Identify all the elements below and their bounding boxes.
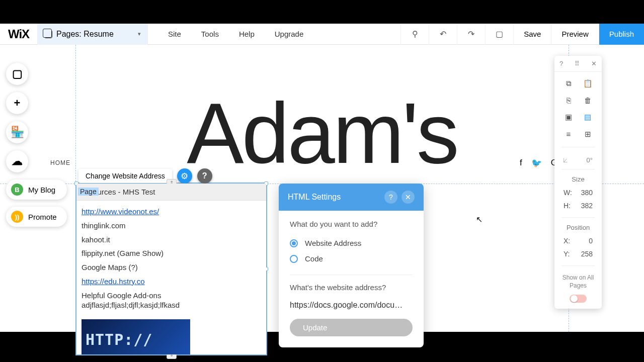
link-videonotes[interactable]: http://www.videonot.es/ bbox=[82, 207, 159, 216]
dialog-header[interactable]: HTML Settings ? ✕ bbox=[279, 184, 424, 211]
duplicate-icon[interactable]: ⎘ bbox=[564, 96, 574, 105]
pages-label: Pages: Resume bbox=[56, 30, 114, 39]
line-gmaps: Google Maps (?) bbox=[82, 260, 261, 275]
panel-help-icon[interactable]: ? bbox=[559, 60, 563, 67]
paste-icon[interactable]: 📋 bbox=[583, 79, 593, 88]
twitter-icon[interactable]: 🐦 bbox=[531, 158, 542, 168]
distribute-icon[interactable]: ⊞ bbox=[583, 130, 593, 139]
publish-button[interactable]: Publish bbox=[599, 24, 644, 45]
blog-icon: B bbox=[11, 184, 23, 196]
my-blog-button[interactable]: B My Blog bbox=[6, 179, 67, 200]
y-value[interactable]: 258 bbox=[581, 250, 593, 258]
doc-header: Page ResResources - MHS Test bbox=[76, 184, 266, 201]
url-prompt: What's the website address? bbox=[290, 283, 413, 292]
facebook-icon[interactable]: f bbox=[520, 158, 522, 168]
tools-panel[interactable]: ? ⠿ ✕ ⧉ 📋 ⎘ 🗑 ▣ ▤ ≡ ⊞ ⟀0° Size W:380 H:3… bbox=[554, 56, 602, 309]
chevron-down-icon: ▾ bbox=[138, 31, 141, 37]
topbar: WiX Pages: Resume ▾ Site Tools Help Upgr… bbox=[0, 24, 644, 45]
search-icon[interactable]: ⚲ bbox=[400, 24, 429, 45]
x-value[interactable]: 0 bbox=[589, 237, 593, 245]
mobile-icon[interactable]: ▢ bbox=[485, 24, 513, 45]
html-settings-dialog: HTML Settings ? ✕ What do you want to ad… bbox=[279, 184, 424, 347]
frame-toolbar: Change Website Address ⚙ ? bbox=[78, 168, 212, 184]
wix-logo[interactable]: WiX bbox=[0, 27, 37, 41]
panel-close-icon[interactable]: ✕ bbox=[591, 60, 597, 67]
line-kahoot: kahoot.it bbox=[82, 233, 261, 247]
promote-button[interactable]: )) Promote bbox=[6, 207, 67, 227]
dialog-prompt: What do you want to add? bbox=[290, 220, 413, 228]
delete-icon[interactable]: 🗑 bbox=[583, 96, 593, 105]
save-button[interactable]: Save bbox=[513, 24, 551, 45]
cursor: ↖ bbox=[476, 215, 482, 224]
left-rail: ▢ + 🏪 ☁ B My Blog )) Promote bbox=[6, 63, 67, 227]
rail-market-icon[interactable]: 🏪 bbox=[6, 121, 28, 143]
menu-site[interactable]: Site bbox=[168, 30, 181, 38]
menu-help[interactable]: Help bbox=[239, 30, 255, 38]
back-icon[interactable]: ▣ bbox=[564, 113, 574, 122]
pages-dropdown[interactable]: Pages: Resume ▾ bbox=[37, 24, 148, 45]
line-thinglink: thinglink.com bbox=[82, 219, 261, 233]
canvas[interactable]: Adam's HOME f 🐦 G Change Website Address… bbox=[0, 45, 644, 332]
url-input[interactable]: https://docs.google.com/docu… bbox=[290, 299, 413, 319]
radio-website-address[interactable]: Website Address bbox=[290, 235, 413, 251]
show-all-toggle[interactable] bbox=[570, 295, 587, 303]
preview-button[interactable]: Preview bbox=[551, 24, 598, 45]
angle-value: 0° bbox=[587, 156, 593, 164]
rail-layouts-icon[interactable]: ▢ bbox=[6, 63, 28, 85]
http-image: HTTP:// bbox=[82, 319, 190, 354]
width-value[interactable]: 380 bbox=[581, 189, 593, 197]
page-tag: Page bbox=[78, 188, 99, 196]
undo-icon[interactable]: ↶ bbox=[429, 24, 457, 45]
help-icon[interactable]: ? bbox=[197, 168, 212, 184]
top-menu: Site Tools Help Upgrade bbox=[148, 30, 324, 38]
link-hstry[interactable]: https://edu.hstry.co bbox=[82, 277, 145, 286]
page-title[interactable]: Adam's bbox=[187, 84, 457, 183]
menu-upgrade[interactable]: Upgrade bbox=[275, 30, 304, 38]
radio-code[interactable]: Code bbox=[290, 251, 413, 266]
angle-icon[interactable]: ⟀ bbox=[564, 156, 568, 164]
position-label: Position bbox=[554, 223, 602, 234]
dialog-help-icon[interactable]: ? bbox=[384, 191, 397, 204]
show-all-pages-label: Show on All Pages bbox=[554, 271, 602, 293]
dialog-title: HTML Settings bbox=[288, 193, 341, 202]
rail-upload-icon[interactable]: ☁ bbox=[6, 150, 28, 172]
selected-html-frame[interactable]: Change Website Address ⚙ ? ⇕ ⇕ Page ResR… bbox=[75, 183, 267, 355]
radio-icon bbox=[290, 255, 298, 263]
panel-drag-icon[interactable]: ⠿ bbox=[575, 60, 580, 67]
height-value[interactable]: 382 bbox=[581, 202, 593, 210]
social-icons: f 🐦 G bbox=[520, 158, 557, 168]
line-gibberish: adjflasjd;fljasl;djfl;kasjd;lfkasd bbox=[82, 298, 261, 312]
pages-icon bbox=[44, 30, 52, 38]
redo-icon[interactable]: ↷ bbox=[457, 24, 485, 45]
change-address-button[interactable]: Change Website Address bbox=[78, 169, 172, 183]
rail-add-icon[interactable]: + bbox=[6, 92, 28, 114]
settings-icon[interactable]: ⚙ bbox=[177, 168, 192, 184]
align-icon[interactable]: ≡ bbox=[564, 130, 574, 139]
front-icon[interactable]: ▤ bbox=[583, 113, 593, 122]
menu-tools[interactable]: Tools bbox=[201, 30, 219, 38]
copy-icon[interactable]: ⧉ bbox=[564, 79, 574, 88]
iframe-content: Page ResResources - MHS Test http://www.… bbox=[76, 184, 266, 354]
radio-icon-checked bbox=[290, 239, 298, 247]
size-label: Size bbox=[554, 174, 602, 186]
dialog-close-icon[interactable]: ✕ bbox=[401, 191, 415, 204]
separator bbox=[290, 275, 413, 275]
line-flippity: flippity.net (Game Show) bbox=[82, 246, 261, 260]
update-button[interactable]: Update bbox=[290, 319, 413, 336]
promote-icon: )) bbox=[11, 211, 23, 223]
